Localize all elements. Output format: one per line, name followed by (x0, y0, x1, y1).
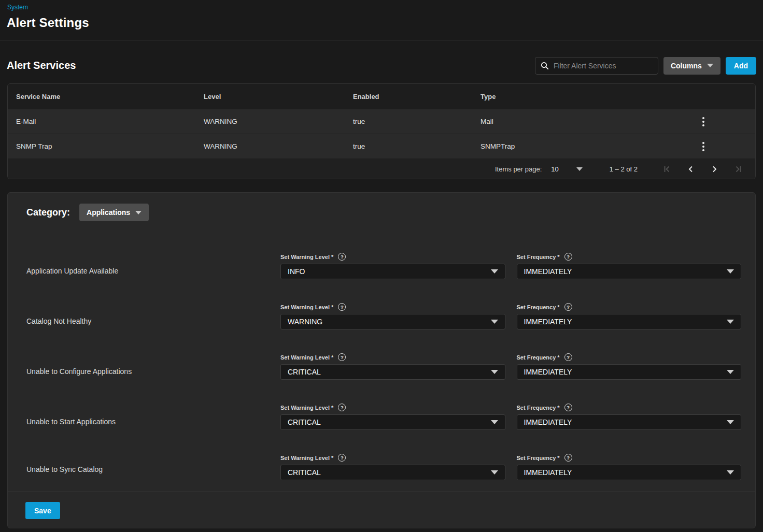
save-row: Save (8, 492, 755, 519)
columns-button-label: Columns (671, 62, 702, 70)
items-per-page-value[interactable]: 10 (551, 165, 558, 173)
alert-services-heading: Alert Services (7, 60, 76, 71)
alert-name: Unable to Start Applications (8, 396, 269, 447)
warning-level-label: Set Warning Level * (280, 455, 333, 461)
warning-level-select[interactable]: WARNING (280, 314, 505, 329)
alert-row-unable-to-sync-catalog: Unable to Sync Catalog Set Warning Level… (8, 447, 755, 492)
alert-name: Catalog Not Healthy (8, 296, 269, 346)
frequency-select[interactable]: IMMEDIATELY (517, 264, 742, 279)
help-icon[interactable]: ? (338, 454, 346, 462)
alert-settings-page: System Alert Settings Alert Services Col… (0, 0, 763, 528)
warning-level-select[interactable]: CRITICAL (280, 465, 505, 480)
filter-alert-services-field[interactable] (535, 57, 658, 75)
kebab-menu-icon[interactable] (698, 139, 709, 154)
table-row-snmp-trap[interactable]: SNMP Trap WARNING true SNMPTrap (8, 134, 755, 159)
alert-name: Unable to Sync Catalog (8, 447, 269, 492)
chevron-down-icon (727, 320, 734, 324)
warning-level-value: CRITICAL (288, 368, 321, 376)
column-header-type[interactable]: Type (472, 93, 652, 100)
warning-level-value: CRITICAL (288, 418, 321, 426)
add-button[interactable]: Add (726, 57, 756, 75)
cell-level: WARNING (195, 118, 345, 125)
columns-button[interactable]: Columns (663, 57, 720, 75)
alert-name: Application Update Available (8, 246, 269, 296)
alert-services-toolbar: Alert Services Columns Add (0, 40, 763, 83)
help-icon[interactable]: ? (338, 353, 346, 361)
warning-level-label: Set Warning Level * (280, 354, 333, 361)
frequency-value: IMMEDIATELY (524, 267, 572, 276)
chevron-down-icon (491, 370, 498, 374)
search-icon (541, 62, 549, 70)
frequency-select[interactable]: IMMEDIATELY (517, 314, 742, 329)
warning-level-label: Set Warning Level * (280, 254, 333, 260)
alert-config-rows: Application Update Available Set Warning… (8, 246, 755, 492)
chevron-down-icon (491, 320, 498, 324)
category-card: Category: Applications Application Updat… (7, 192, 756, 528)
frequency-label: Set Frequency * (517, 254, 560, 260)
warning-level-select[interactable]: CRITICAL (280, 414, 505, 430)
alert-row-application-update-available: Application Update Available Set Warning… (8, 246, 755, 296)
cell-service-name: SNMP Trap (8, 142, 195, 150)
chevron-down-icon (727, 269, 734, 274)
frequency-select[interactable]: IMMEDIATELY (517, 364, 742, 380)
category-label: Category: (26, 207, 70, 218)
table-row-email[interactable]: E-Mail WARNING true Mail (8, 109, 755, 134)
help-icon[interactable]: ? (564, 404, 572, 411)
help-icon[interactable]: ? (564, 454, 572, 462)
warning-level-value: CRITICAL (288, 468, 321, 477)
warning-level-select[interactable]: INFO (280, 264, 505, 279)
table-header-row: Service Name Level Enabled Type (8, 84, 755, 109)
help-icon[interactable]: ? (564, 253, 572, 261)
help-icon[interactable]: ? (338, 303, 346, 311)
next-page-icon[interactable] (709, 164, 720, 175)
frequency-label: Set Frequency * (517, 405, 560, 411)
chevron-down-icon (491, 470, 498, 475)
alert-services-table: Service Name Level Enabled Type E-Mail W… (7, 83, 756, 179)
save-button[interactable]: Save (25, 502, 60, 519)
breadcrumb-system-link[interactable]: System (7, 4, 28, 11)
frequency-select[interactable]: IMMEDIATELY (517, 414, 742, 430)
cell-level: WARNING (195, 142, 345, 150)
frequency-select[interactable]: IMMEDIATELY (517, 465, 742, 480)
chevron-down-icon (135, 211, 142, 214)
chevron-down-icon (727, 370, 734, 374)
items-per-page-chevron-down-icon[interactable] (576, 167, 583, 171)
column-header-service-name[interactable]: Service Name (8, 93, 195, 100)
frequency-label: Set Frequency * (517, 304, 560, 310)
cell-enabled: true (345, 118, 472, 125)
column-header-enabled[interactable]: Enabled (345, 93, 472, 100)
filter-alert-services-input[interactable] (554, 62, 653, 70)
cell-type: SNMPTrap (472, 142, 652, 150)
chevron-down-icon (727, 420, 734, 424)
paginator-range: 1 – 2 of 2 (610, 165, 638, 173)
chevron-down-icon (727, 470, 734, 475)
chevron-down-icon (707, 64, 713, 67)
items-per-page-label: Items per page: (495, 165, 542, 173)
category-select[interactable]: Applications (79, 204, 149, 221)
last-page-icon[interactable] (733, 164, 744, 175)
help-icon[interactable]: ? (338, 404, 346, 411)
warning-level-value: WARNING (288, 318, 322, 326)
page-title: Alert Settings (7, 16, 763, 30)
frequency-value: IMMEDIATELY (524, 368, 572, 376)
cell-service-name: E-Mail (8, 118, 195, 125)
first-page-icon[interactable] (661, 164, 672, 175)
kebab-menu-icon[interactable] (698, 114, 709, 130)
previous-page-icon[interactable] (685, 164, 696, 175)
frequency-value: IMMEDIATELY (524, 468, 572, 477)
cell-type: Mail (472, 118, 652, 125)
frequency-label: Set Frequency * (517, 354, 560, 361)
frequency-label: Set Frequency * (517, 455, 560, 461)
alert-row-unable-to-start-applications: Unable to Start Applications Set Warning… (8, 396, 755, 447)
warning-level-value: INFO (288, 267, 305, 276)
category-header: Category: Applications (8, 193, 755, 221)
warning-level-label: Set Warning Level * (280, 405, 333, 411)
help-icon[interactable]: ? (564, 303, 572, 311)
help-icon[interactable]: ? (338, 253, 346, 261)
column-header-level[interactable]: Level (195, 93, 345, 100)
warning-level-label: Set Warning Level * (280, 304, 333, 310)
category-select-value: Applications (87, 208, 130, 217)
breadcrumb: System (0, 0, 763, 11)
warning-level-select[interactable]: CRITICAL (280, 364, 505, 380)
help-icon[interactable]: ? (564, 353, 572, 361)
